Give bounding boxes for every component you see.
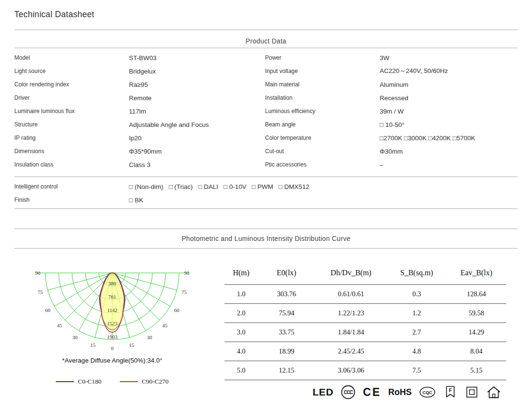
legend-label: C0-C180	[78, 378, 102, 385]
cell: 18.99	[258, 342, 315, 361]
svg-text:75: 75	[38, 289, 43, 295]
spec-label-input-voltage: Input voltage	[265, 68, 380, 74]
spec-value-structure: Adjustable Angle and Focus	[129, 121, 265, 128]
divider	[14, 229, 518, 229]
cell: 0.61/0.61	[315, 285, 387, 304]
svg-text:1142: 1142	[107, 307, 117, 313]
spec-label-structure: Structure	[14, 121, 129, 128]
cell: 4.0	[224, 342, 258, 361]
cell: 33.75	[258, 323, 315, 342]
cell: 3.06/3.06	[315, 361, 387, 380]
spec-value-cut-out: Φ30mm	[380, 148, 518, 155]
c90-c270-line-swatch	[120, 381, 138, 382]
divider	[14, 177, 518, 177]
cell: 2.45/2.45	[315, 342, 387, 361]
cell: 1.22/1.23	[315, 304, 387, 323]
spec-value-cri: Ra≥95	[129, 81, 265, 88]
svg-text:380: 380	[108, 281, 117, 286]
cqc-mark-icon: CQC	[419, 385, 436, 399]
spec-value-model: ST-BW03	[129, 54, 265, 62]
legend-label: C90-C270	[142, 378, 169, 385]
spec-value-power: 3W	[380, 54, 518, 62]
spec-label-cri: Color rendering index	[14, 81, 129, 88]
svg-text:15: 15	[129, 342, 135, 348]
product-data-section-title: Product Data	[14, 37, 518, 45]
spec-label-finish: Finish	[14, 197, 129, 203]
col-header: Dh/Dv_B(m)	[315, 261, 387, 285]
page-title: Techinical Datasheet	[14, 10, 94, 20]
cell: 2.0	[224, 304, 258, 323]
spec-label-dimensions: Dimensions	[14, 148, 129, 155]
cell: 8.04	[447, 342, 506, 361]
svg-text:0: 0	[111, 345, 114, 351]
divider	[14, 248, 518, 249]
c0-c180-line-swatch	[56, 381, 74, 382]
spec-label-ptic-accessories: Ptic accessories	[265, 161, 380, 168]
spec-value-color-temperature: □2700K □3000K □4200K □5700K	[380, 135, 518, 142]
cell: 1.84/1.84	[315, 323, 387, 342]
photometric-polar-chart: 0151530304545606075759090380761114215231…	[12, 265, 213, 359]
spec-value-ptic-accessories: –	[380, 161, 518, 168]
rohs-mark: RoHS	[388, 387, 412, 397]
product-spec-grid: Model ST-BW03 Power 3W Light source Brid…	[14, 51, 518, 171]
f-mark-icon: F	[443, 385, 458, 399]
f-mark-label: F	[449, 388, 452, 393]
spec-label-installation: Installation	[265, 94, 380, 101]
svg-text:90: 90	[184, 270, 190, 276]
cell: 7.5	[387, 361, 447, 380]
spec-value-luminous-flux: 117lm	[129, 108, 265, 115]
spec-value-finish: □ BK	[129, 197, 518, 204]
divider	[14, 208, 518, 209]
col-header: S_B(sq.m)	[387, 261, 447, 285]
diffuse-angle-caption: *Average Diffuse Angle(50%):34.0°	[12, 357, 213, 364]
cell: 4.8	[387, 342, 447, 361]
legend-item: C90-C270	[120, 378, 169, 385]
spec-label-power: Power	[265, 54, 380, 61]
spec-label-ip-rating: IP rating	[14, 135, 129, 141]
spec-label-insulation-class: Insulation class	[14, 161, 129, 168]
illuminance-table-wrap: H(m) E0(lx) Dh/Dv_B(m) S_B(sq.m) Eav_B(l…	[224, 261, 506, 380]
cell: 0.3	[387, 285, 447, 304]
table-row: 5.0 12.15 3.06/3.06 7.5 5.15	[224, 361, 506, 380]
spec-value-driver: Remote	[129, 94, 265, 102]
cell: 303.76	[258, 285, 315, 304]
cell: 14.29	[447, 323, 506, 342]
double-square-mark-icon	[465, 385, 479, 399]
spec-label-beam-angle: Beam angle	[265, 121, 380, 128]
legend-item: C0-C180	[56, 378, 102, 385]
spec-value-installation: Recessed	[380, 94, 518, 102]
table-header-row: H(m) E0(lx) Dh/Dv_B(m) S_B(sq.m) Eav_B(l…	[224, 261, 506, 285]
col-header: E0(lx)	[258, 261, 315, 285]
cell: 2.7	[387, 323, 447, 342]
svg-text:90: 90	[35, 270, 41, 276]
cell: 59.58	[447, 304, 506, 323]
svg-text:45: 45	[162, 322, 168, 328]
house-mark-icon	[486, 385, 501, 399]
table-row: 1.0 303.76 0.61/0.61 0.3 128.64	[224, 285, 506, 304]
cell: 1.2	[387, 304, 447, 323]
svg-text:45: 45	[57, 322, 63, 328]
spec-value-light-source: Bridgelux	[129, 68, 265, 75]
spec-value-main-material: Aluminum	[380, 81, 518, 88]
spec-label-luminous-efficiency: Luminous efficiency	[265, 108, 380, 114]
spec-value-input-voltage: AC220～240V, 50/60Hz	[380, 67, 518, 75]
svg-text:30: 30	[73, 334, 78, 340]
spec-label-intelligent-control: Intelligent control	[14, 183, 129, 190]
svg-text:1523: 1523	[107, 321, 118, 326]
cell: 75.94	[258, 304, 315, 323]
spec-label-model: Model	[14, 54, 129, 61]
col-header: Eav_B(lx)	[447, 261, 506, 285]
spec-value-insulation-class: Class 3	[129, 161, 265, 168]
cell: 5.0	[224, 361, 258, 380]
col-header: H(m)	[224, 261, 258, 285]
table-row: 4.0 18.99 2.45/2.45 4.8 8.04	[224, 342, 506, 361]
spec-label-color-temperature: Color temperature	[265, 135, 380, 141]
spec-value-intelligent-control: □ (Non-dim) □ (Triac) □ DALI □ 0-10V □ P…	[129, 183, 518, 190]
cell: 128.64	[447, 285, 506, 304]
svg-text:1903: 1903	[107, 334, 118, 340]
svg-text:60: 60	[45, 307, 51, 313]
cqc-mark-label: CQC	[423, 390, 433, 395]
spec-label-cut-out: Cut-out	[265, 148, 380, 155]
ce-mark: CE	[363, 386, 381, 399]
cell: 3.0	[224, 323, 258, 342]
